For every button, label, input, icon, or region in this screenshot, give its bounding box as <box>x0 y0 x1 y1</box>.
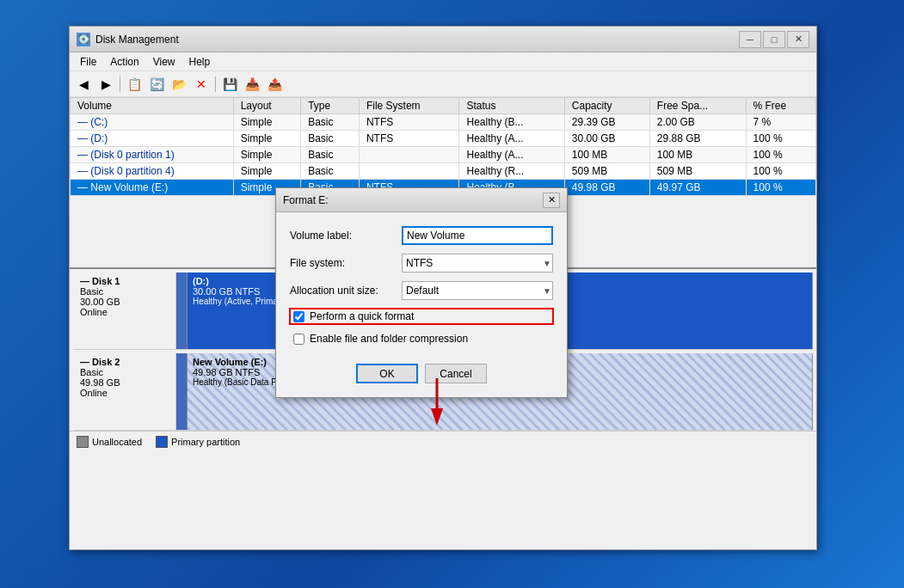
legend-primary-label: Primary partition <box>171 437 240 447</box>
title-bar-controls: ─ □ ✕ <box>739 31 809 48</box>
file-system-label: File system: <box>290 257 402 269</box>
maximize-button[interactable]: □ <box>763 31 785 48</box>
cell-volume: — New Volume (E:) <box>71 180 234 196</box>
cell-volume: — (C:) <box>71 114 234 131</box>
compression-label: Enable file and folder compression <box>310 333 468 345</box>
toolbar-save[interactable]: 💾 <box>219 75 240 94</box>
volume-name: — New Volume (E:) <box>77 181 168 193</box>
allocation-unit-label: Allocation unit size: <box>290 285 402 297</box>
legend-unalloc-label: Unallocated <box>92 437 142 447</box>
minimize-button[interactable]: ─ <box>739 31 761 48</box>
toolbar-delete[interactable]: ✕ <box>191 75 212 94</box>
col-pctfree: % Free <box>746 98 815 114</box>
legend-unalloc-box <box>77 436 89 448</box>
compression-checkbox[interactable] <box>293 334 304 345</box>
disk-table: Volume Layout Type File System Status Ca… <box>70 97 816 196</box>
toolbar: ◀ ▶ 📋 🔄 📂 ✕ 💾 📥 📤 <box>70 71 816 97</box>
col-status: Status <box>459 98 564 114</box>
volume-name: — (Disk 0 partition 4) <box>77 165 175 177</box>
toolbar-export[interactable]: 📤 <box>264 75 285 94</box>
allocation-unit-select[interactable]: Default 512 1024 2048 4096 <box>402 281 553 300</box>
close-button[interactable]: ✕ <box>787 31 809 48</box>
file-system-row: File system: NTFS FAT32 exFAT ▼ <box>290 254 553 273</box>
volume-name: — (D:) <box>77 132 108 144</box>
toolbar-back[interactable]: ◀ <box>73 75 94 94</box>
dialog-close-button[interactable]: ✕ <box>543 193 560 208</box>
desktop: 💽 Disk Management ─ □ ✕ File Action View… <box>0 0 904 588</box>
disk-2-label: — Disk 2 Basic 49.98 GB Online <box>73 353 176 430</box>
file-system-wrapper: NTFS FAT32 exFAT ▼ <box>402 254 553 273</box>
title-bar: 💽 Disk Management ─ □ ✕ <box>70 27 816 52</box>
legend-bar: Unallocated Primary partition <box>70 431 816 451</box>
arrow-svg <box>424 378 450 430</box>
col-layout: Layout <box>233 98 301 114</box>
toolbar-import[interactable]: 📥 <box>242 75 262 94</box>
disk-2-name: — Disk 2 <box>80 357 169 367</box>
table-row[interactable]: — (Disk 0 partition 1) Simple Basic Heal… <box>71 147 816 163</box>
disk-2-type: Basic <box>80 367 169 377</box>
menu-action[interactable]: Action <box>103 54 145 70</box>
menu-file[interactable]: File <box>73 54 103 70</box>
toolbar-forward[interactable]: ▶ <box>95 75 116 94</box>
file-system-select[interactable]: NTFS FAT32 exFAT <box>402 254 553 273</box>
toolbar-sep-1 <box>120 77 120 92</box>
col-filesystem: File System <box>359 98 459 114</box>
legend-primary-box <box>156 436 168 448</box>
disk-1-label: — Disk 1 Basic 30.00 GB Online <box>73 273 176 349</box>
menu-bar: File Action View Help <box>70 52 816 71</box>
disk-1-name: — Disk 1 <box>80 276 169 286</box>
quick-format-label: Perform a quick format <box>310 310 414 322</box>
cell-volume: — (D:) <box>71 131 234 147</box>
volume-name: — (Disk 0 partition 1) <box>77 149 175 161</box>
cell-volume: — (Disk 0 partition 1) <box>71 147 234 163</box>
toolbar-properties[interactable]: 📋 <box>124 75 145 94</box>
quick-format-row: Perform a quick format <box>290 309 553 324</box>
compression-row: Enable file and folder compression <box>290 331 553 346</box>
disk-1-system-partition <box>176 273 188 349</box>
table-header-row: Volume Layout Type File System Status Ca… <box>71 98 816 114</box>
cell-volume: — (Disk 0 partition 4) <box>71 163 234 180</box>
table-row[interactable]: — (Disk 0 partition 4) Simple Basic Heal… <box>71 163 816 180</box>
dialog-title-text: Format E: <box>283 194 543 206</box>
table-row[interactable]: — (C:) Simple Basic NTFS Healthy (B... 2… <box>71 114 816 131</box>
format-dialog: Format E: ✕ Volume label: File system: N… <box>275 187 568 398</box>
allocation-unit-row: Allocation unit size: Default 512 1024 2… <box>290 281 553 300</box>
col-type: Type <box>301 98 360 114</box>
volume-label-input[interactable] <box>402 226 553 245</box>
dialog-title-bar: Format E: ✕ <box>276 188 567 212</box>
toolbar-sep-2 <box>215 77 216 92</box>
table-row[interactable]: — (D:) Simple Basic NTFS Healthy (A... 3… <box>71 131 816 147</box>
legend-primary: Primary partition <box>156 436 240 448</box>
volume-label-label: Volume label: <box>290 230 402 242</box>
col-volume: Volume <box>71 98 234 114</box>
disk-1-type: Basic <box>80 286 169 297</box>
volume-label-row: Volume label: <box>290 226 553 245</box>
dialog-body: Volume label: File system: NTFS FAT32 ex… <box>276 212 567 397</box>
legend-unallocated: Unallocated <box>77 436 142 448</box>
svg-marker-1 <box>431 408 443 426</box>
disk-1-status: Online <box>80 307 169 317</box>
quick-format-checkbox[interactable] <box>293 311 304 322</box>
disk-2-size: 49.98 GB <box>80 377 169 388</box>
disk-2-system-partition <box>176 353 188 430</box>
window-title: Disk Management <box>95 34 739 46</box>
ok-button[interactable]: OK <box>356 364 418 383</box>
menu-view[interactable]: View <box>146 54 182 70</box>
dialog-buttons: OK Cancel <box>290 357 553 383</box>
col-free: Free Spa... <box>649 98 746 114</box>
volume-name: — (C:) <box>77 116 108 128</box>
toolbar-refresh[interactable]: 🔄 <box>146 75 167 94</box>
allocation-unit-wrapper: Default 512 1024 2048 4096 ▼ <box>402 281 553 300</box>
col-capacity: Capacity <box>564 98 649 114</box>
toolbar-open[interactable]: 📂 <box>169 75 189 94</box>
disk-1-size: 30.00 GB <box>80 297 169 307</box>
window-icon: 💽 <box>77 33 90 46</box>
disk-2-status: Online <box>80 388 169 398</box>
menu-help[interactable]: Help <box>182 54 218 70</box>
